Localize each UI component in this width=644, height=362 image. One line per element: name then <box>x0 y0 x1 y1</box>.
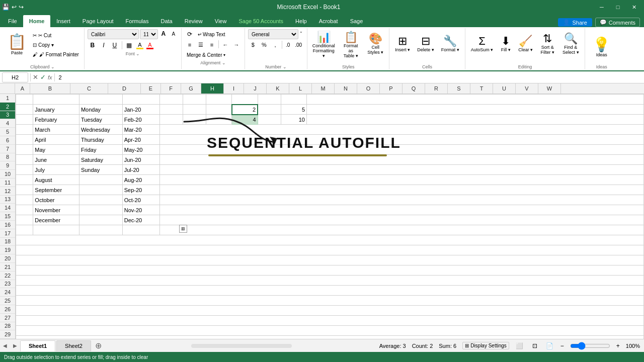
cell-d9[interactable]: Aug-20 <box>122 175 159 185</box>
cell-d14[interactable] <box>122 225 159 235</box>
cell-a4[interactable] <box>16 125 33 135</box>
zoom-slider[interactable] <box>570 342 610 350</box>
cell-b8[interactable]: July <box>33 165 79 175</box>
tab-view[interactable]: View <box>209 15 233 27</box>
cell-a13[interactable] <box>16 215 33 225</box>
tab-insert[interactable]: Insert <box>50 15 76 27</box>
cell-a12[interactable] <box>16 205 33 215</box>
row-num-8[interactable]: 8 <box>0 153 15 162</box>
row-num-21[interactable]: 21 <box>0 263 15 272</box>
cell-d11[interactable]: Oct-20 <box>122 195 159 205</box>
col-header-h[interactable]: H <box>201 83 224 94</box>
row-num-15[interactable]: 15 <box>0 212 15 221</box>
cell-b14[interactable] <box>33 225 79 235</box>
sort-filter-button[interactable]: ⇅ Sort &Filter ▾ <box>536 29 558 58</box>
cell-b7[interactable]: June <box>33 155 79 165</box>
row-num-1[interactable]: 1 <box>0 94 15 103</box>
font-color-button[interactable]: A <box>145 41 154 50</box>
col-header-s[interactable]: S <box>448 83 470 94</box>
row-num-18[interactable]: 18 <box>0 238 15 246</box>
clipboard-group-label[interactable]: Clipboard ⌄ <box>30 64 55 69</box>
tab-file[interactable]: File <box>2 15 23 27</box>
cell-d3[interactable]: Feb-20 <box>122 115 159 125</box>
cell-f1[interactable] <box>183 95 206 105</box>
tab-acrobat[interactable]: Acrobat <box>313 15 344 27</box>
cell-rest-r4[interactable] <box>160 125 644 135</box>
cell-d2[interactable]: Jan-20 <box>122 105 159 115</box>
copy-button[interactable]: ⊡ Copy ▾ <box>31 41 81 49</box>
cell-d5[interactable]: Apr-20 <box>122 135 159 145</box>
cells-group-label[interactable]: Cells <box>392 64 462 69</box>
cell-styles-button[interactable]: 🎨 CellStyles ▾ <box>365 29 386 58</box>
cell-h1[interactable] <box>232 95 258 105</box>
cell-g3[interactable] <box>206 115 232 125</box>
ideas-button[interactable]: 💡 Ideas <box>588 32 615 61</box>
cell-f3[interactable] <box>183 115 206 125</box>
row-num-6[interactable]: 6 <box>0 136 15 145</box>
cell-rest-r10[interactable] <box>160 185 644 195</box>
cell-a11[interactable] <box>16 195 33 205</box>
cell-rest-r14[interactable] <box>160 225 644 235</box>
cell-reference-box[interactable] <box>2 72 28 82</box>
share-button[interactable]: 👤 Share <box>558 18 592 27</box>
increase-indent-button[interactable]: → <box>231 40 242 49</box>
number-format-dropdown[interactable]: ⌄ <box>299 29 303 39</box>
save-quick-btn[interactable]: 💾 <box>2 4 10 11</box>
tab-nav-next[interactable]: ▶ <box>10 340 20 351</box>
decimal-inc-button[interactable]: .0 <box>284 40 292 49</box>
cell-a2[interactable] <box>16 105 33 115</box>
cell-e1[interactable] <box>160 95 183 105</box>
tab-home[interactable]: Home <box>23 15 51 27</box>
sheet-tab-2[interactable]: Sheet2 <box>56 340 91 351</box>
cell-rest-r8[interactable] <box>160 165 644 175</box>
cell-b11[interactable]: October <box>33 195 79 205</box>
cell-c9[interactable] <box>79 175 122 185</box>
tab-nav-prev[interactable]: ◀ <box>0 340 10 351</box>
tab-formulas[interactable]: Formulas <box>120 15 155 27</box>
font-shrink-button[interactable]: A <box>169 29 178 38</box>
display-settings-btn[interactable]: ⊞ Display Settings <box>462 342 509 349</box>
cell-i2[interactable] <box>258 105 281 115</box>
col-header-w[interactable]: W <box>538 83 561 94</box>
wrap-text-button[interactable]: ↵ Wrap Text <box>196 29 227 39</box>
row-num-11[interactable]: 11 <box>0 178 15 187</box>
cell-a3[interactable] <box>16 115 33 125</box>
tab-sage50[interactable]: Sage 50 Accounts <box>232 15 289 27</box>
cell-rest-r2[interactable] <box>307 105 644 115</box>
cell-rest-r11[interactable] <box>160 195 644 205</box>
col-header-e[interactable]: E <box>141 83 161 94</box>
row-num-12[interactable]: 12 <box>0 187 15 196</box>
font-grow-button[interactable]: A <box>159 29 168 38</box>
cell-d8[interactable]: Jul-20 <box>122 165 159 175</box>
autosum-button[interactable]: Σ AutoSum ▾ <box>468 29 496 58</box>
cell-a5[interactable] <box>16 135 33 145</box>
col-header-v[interactable]: V <box>516 83 538 94</box>
cell-b13[interactable]: December <box>33 215 79 225</box>
add-sheet-button[interactable]: ⊕ <box>93 340 104 351</box>
cell-a6[interactable] <box>16 145 33 155</box>
row-num-10[interactable]: 10 <box>0 170 15 178</box>
col-header-k[interactable]: K <box>267 83 289 94</box>
col-header-p[interactable]: P <box>380 83 403 94</box>
cell-f2[interactable] <box>183 105 206 115</box>
row-num-27[interactable]: 27 <box>0 314 15 322</box>
delete-cells-button[interactable]: ⊟ Delete ▾ <box>415 29 437 58</box>
merge-center-button[interactable]: Merge & Center ▾ <box>185 50 227 59</box>
percent-button[interactable]: % <box>259 40 269 49</box>
minimize-btn[interactable]: ─ <box>594 1 610 14</box>
row-num-2[interactable]: 2 <box>0 103 15 111</box>
cell-c12[interactable] <box>79 205 122 215</box>
cell-d12[interactable]: Nov-20 <box>122 205 159 215</box>
col-header-q[interactable]: Q <box>403 83 425 94</box>
row-num-19[interactable]: 19 <box>0 246 15 254</box>
alignment-group-label[interactable]: Alignment ⌄ <box>185 60 242 65</box>
font-size-select[interactable]: 11 <box>140 29 158 39</box>
cancel-formula-btn[interactable]: ✕ <box>33 73 38 81</box>
tab-data[interactable]: Data <box>154 15 178 27</box>
cell-c6[interactable]: Friday <box>79 145 122 155</box>
confirm-formula-btn[interactable]: ✓ <box>40 73 46 81</box>
tab-page-layout[interactable]: Page Layout <box>76 15 120 27</box>
cell-rest-r12[interactable] <box>160 205 644 215</box>
cell-rest-r13[interactable] <box>160 215 644 225</box>
cell-a9[interactable] <box>16 175 33 185</box>
